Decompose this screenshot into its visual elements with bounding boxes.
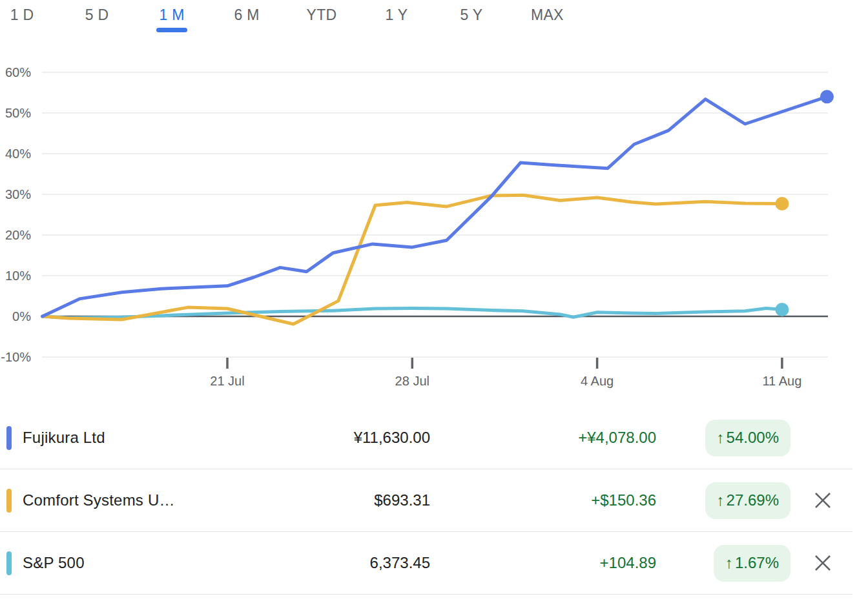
tab-ytd[interactable]: YTD (306, 5, 337, 32)
tab-underline (456, 28, 487, 32)
y-axis-label: 50% (0, 105, 31, 121)
close-cell (805, 554, 852, 572)
series-end-dot (820, 90, 834, 103)
badge-percent: 54.00% (727, 429, 779, 447)
up-arrow-icon: ↑ (725, 554, 733, 572)
y-axis-label: 40% (0, 146, 31, 161)
x-axis-label: 4 Aug (581, 374, 614, 389)
security-change: +104.89 (430, 554, 656, 572)
comparison-chart-canvas[interactable] (0, 0, 868, 404)
security-price: 6,373.45 (223, 554, 430, 572)
tab-underline (306, 28, 337, 32)
badge-cell: ↑ 54.00% (705, 420, 805, 456)
y-axis-label: 60% (0, 65, 31, 80)
security-change: +$150.36 (430, 491, 656, 509)
tab-underline (6, 28, 37, 32)
security-change: +¥4,078.00 (430, 429, 656, 447)
tab-label: 1 Y (385, 5, 408, 25)
tab-label: 5 Y (460, 5, 482, 25)
x-axis-label: 11 Aug (762, 374, 801, 389)
tab-label: YTD (307, 5, 337, 25)
series-color-marker (6, 551, 12, 575)
tab-label: 5 D (85, 5, 109, 25)
remove-comparison-button[interactable] (814, 554, 832, 572)
tab-5d[interactable]: 5 D (81, 5, 112, 32)
up-arrow-icon: ↑ (717, 491, 725, 509)
tab-1m-active[interactable]: 1 M (156, 5, 187, 32)
tab-underline (532, 28, 563, 32)
security-name: Comfort Systems U… (23, 491, 175, 509)
stock-comparison-page: 1 D 5 D 1 M 6 M YTD 1 Y 5 Y MAX (0, 0, 868, 603)
security-name: S&P 500 (23, 554, 85, 572)
time-range-tabs: 1 D 5 D 1 M 6 M YTD 1 Y 5 Y MAX (6, 5, 564, 32)
y-axis-label: -10% (0, 349, 31, 365)
x-axis-label: 28 Jul (395, 374, 429, 389)
series-color-marker (6, 426, 12, 450)
security-name: Fujikura Ltd (23, 429, 105, 447)
tab-label: 1 M (159, 5, 184, 25)
security-price: $693.31 (223, 491, 430, 509)
quote-legend: Fujikura Ltd ¥11,630.00 +¥4,078.00 ↑ 54.… (0, 407, 852, 595)
tab-max[interactable]: MAX (531, 5, 564, 32)
badge-percent: 27.69% (727, 491, 779, 509)
percent-change-badge: ↑ 54.00% (705, 420, 790, 456)
badge-cell: ↑ 1.67% (714, 545, 805, 582)
security-name-cell[interactable]: S&P 500 (0, 551, 223, 575)
tab-1d[interactable]: 1 D (6, 5, 37, 32)
legend-row-comfort-systems[interactable]: Comfort Systems U… $693.31 +$150.36 ↑ 27… (0, 469, 852, 532)
y-axis-label: 20% (0, 227, 31, 243)
badge-cell: ↑ 27.69% (705, 482, 805, 519)
percent-change-badge: ↑ 27.69% (705, 482, 790, 519)
remove-comparison-button[interactable] (814, 491, 832, 509)
tab-6m[interactable]: 6 M (231, 5, 262, 32)
legend-row-fujikura[interactable]: Fujikura Ltd ¥11,630.00 +¥4,078.00 ↑ 54.… (0, 407, 852, 469)
close-cell (805, 491, 852, 509)
tab-label: MAX (531, 5, 564, 25)
legend-row-sp500[interactable]: S&P 500 6,373.45 +104.89 ↑ 1.67% (0, 532, 852, 595)
close-icon (814, 491, 832, 509)
series-end-dot (775, 303, 789, 316)
security-name-cell[interactable]: Comfort Systems U… (0, 489, 223, 513)
tab-label: 1 D (10, 5, 34, 25)
tab-1y[interactable]: 1 Y (381, 5, 412, 32)
y-axis-label: 10% (0, 268, 31, 283)
series-color-marker (6, 489, 12, 513)
tab-underline (81, 28, 112, 32)
security-name-cell[interactable]: Fujikura Ltd (0, 426, 223, 450)
badge-percent: 1.67% (735, 554, 779, 572)
tab-underline (231, 28, 262, 32)
x-axis-label: 21 Jul (210, 374, 244, 389)
series-line-comfort-systems-u- (43, 195, 782, 324)
series-end-dot (775, 197, 789, 210)
security-price: ¥11,630.00 (223, 429, 430, 447)
tab-5y[interactable]: 5 Y (456, 5, 487, 32)
y-axis-label: 30% (0, 187, 31, 202)
active-tab-underline (156, 28, 187, 32)
up-arrow-icon: ↑ (717, 429, 725, 447)
tab-label: 6 M (234, 5, 259, 25)
y-axis-label: 0% (0, 309, 31, 324)
tab-underline (381, 28, 412, 32)
percent-change-badge: ↑ 1.67% (714, 545, 790, 582)
close-icon (814, 554, 832, 572)
